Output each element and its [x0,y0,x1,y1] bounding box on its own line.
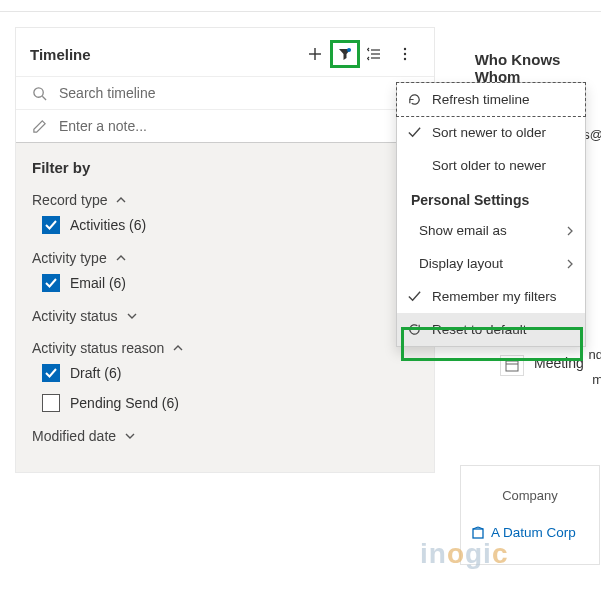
svg-point-2 [347,48,351,52]
record-type-toggle[interactable]: Record type [32,192,418,208]
search-timeline-row[interactable]: Search timeline [16,76,434,109]
activity-status-reason-label: Activity status reason [32,340,164,356]
chevron-up-icon [115,252,127,264]
menu-sort-newer[interactable]: Sort newer to older [397,116,585,149]
calendar-icon [500,355,524,376]
chevron-right-icon [565,259,575,269]
meeting-label: Meeting [534,355,584,371]
chevron-down-icon [126,310,138,322]
note-placeholder: Enter a note... [59,118,147,134]
chevron-right-icon [565,226,575,236]
modified-date-toggle[interactable]: Modified date [32,428,418,444]
check-icon [407,289,422,304]
svg-rect-15 [473,529,483,538]
checkbox-checked-icon[interactable] [42,274,60,292]
activity-status-toggle[interactable]: Activity status [32,308,418,324]
timeline-actions [300,40,420,68]
more-commands-button[interactable] [390,40,420,68]
menu-sort-older-label: Sort older to newer [432,158,546,173]
app-topbar [0,0,601,12]
activity-status-label: Activity status [32,308,118,324]
activity-status-reason-toggle[interactable]: Activity status reason [32,340,418,356]
search-icon [32,86,47,101]
svg-line-10 [42,96,46,100]
menu-reset-default[interactable]: Reset to default [397,313,585,346]
svg-point-7 [403,53,405,55]
menu-display-layout-label: Display layout [419,256,503,271]
search-placeholder: Search timeline [59,85,156,101]
watermark: inogic [420,538,508,570]
svg-rect-13 [506,361,518,371]
chevron-up-icon [172,342,184,354]
more-commands-menu: Refresh timeline Sort newer to older Sor… [396,82,586,347]
meeting-fragment: Meeting [500,355,584,376]
svg-point-8 [403,58,405,60]
filter-button[interactable] [330,40,360,68]
checkbox-checked-icon[interactable] [42,364,60,382]
activity-type-email-row[interactable]: Email (6) [42,274,418,292]
record-type-activities-label: Activities (6) [70,217,146,233]
menu-reset-default-label: Reset to default [432,322,527,337]
menu-refresh-label: Refresh timeline [432,92,530,107]
filter-heading: Filter by [32,159,90,176]
company-label: Company [471,488,589,503]
record-type-activities-row[interactable]: Activities (6) [42,216,418,234]
blank-icon [407,158,422,173]
activity-type-email-label: Email (6) [70,275,126,291]
menu-show-email[interactable]: Show email as [397,214,585,247]
status-reason-pending-row[interactable]: Pending Send (6) [42,394,418,412]
reset-icon [407,322,422,337]
menu-refresh[interactable]: Refresh timeline [396,82,586,117]
filter-panel-header: Filter by [32,159,418,176]
svg-point-6 [403,48,405,50]
pencil-icon [32,119,47,134]
activity-type-label: Activity type [32,250,107,266]
filter-panel: Filter by Record type Activities (6) Act… [16,143,434,472]
svg-point-9 [34,87,43,96]
status-reason-pending-label: Pending Send (6) [70,395,179,411]
check-icon [407,125,422,140]
refresh-icon [407,92,422,107]
menu-remember-filters[interactable]: Remember my filters [397,280,585,313]
record-type-label: Record type [32,192,107,208]
timeline-title: Timeline [30,46,91,63]
menu-show-email-label: Show email as [419,223,507,238]
menu-sort-newer-label: Sort newer to older [432,125,546,140]
menu-sort-older[interactable]: Sort older to newer [397,149,585,182]
timeline-header: Timeline [16,28,434,76]
add-record-button[interactable] [300,40,330,68]
chevron-up-icon [115,194,127,206]
status-reason-draft-label: Draft (6) [70,365,121,381]
menu-personal-heading: Personal Settings [397,182,585,214]
menu-display-layout[interactable]: Display layout [397,247,585,280]
enter-note-row[interactable]: Enter a note... [16,109,434,143]
status-reason-draft-row[interactable]: Draft (6) [42,364,418,382]
right-frag-nd: nd [589,347,601,362]
company-link[interactable]: A Datum Corp [471,503,589,540]
right-frag-m: m [592,372,601,387]
activity-type-toggle[interactable]: Activity type [32,250,418,266]
timeline-card: Timeline Search timeline [15,27,435,473]
modified-date-label: Modified date [32,428,116,444]
checkbox-unchecked-icon[interactable] [42,394,60,412]
chevron-down-icon [124,430,136,442]
menu-remember-filters-label: Remember my filters [432,289,557,304]
expand-collapse-button[interactable] [360,40,390,68]
checkbox-checked-icon[interactable] [42,216,60,234]
